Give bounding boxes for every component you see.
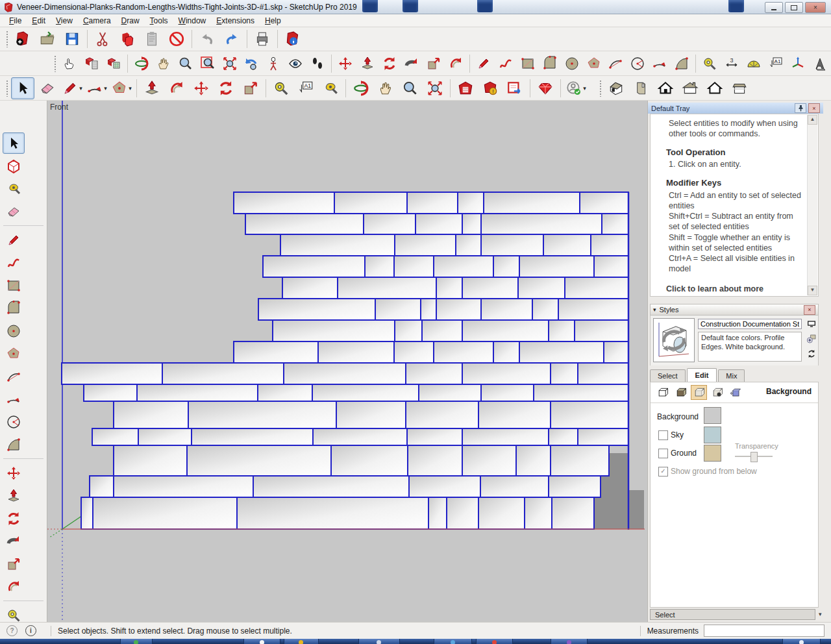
menu-file[interactable]: File [4, 15, 27, 27]
cut-button[interactable] [91, 28, 114, 50]
plank[interactable] [419, 384, 481, 401]
pie-button[interactable] [3, 434, 25, 455]
polygon-button[interactable] [3, 343, 25, 364]
plank[interactable] [481, 299, 532, 320]
paint-bucket-button[interactable] [319, 77, 342, 99]
position-camera-button[interactable] [263, 53, 284, 75]
tray-close-icon[interactable]: × [808, 103, 820, 113]
plank[interactable] [525, 497, 552, 529]
arcs-button[interactable]: ▾ [85, 77, 108, 99]
house-iso-button[interactable] [604, 77, 628, 99]
plank[interactable] [478, 497, 525, 529]
geolocation-icon[interactable]: ? [6, 625, 18, 636]
watermark-settings-button[interactable] [709, 385, 725, 400]
transparency-slider-thumb[interactable] [750, 452, 758, 462]
show-ground-checkbox[interactable]: ✓ [658, 467, 668, 477]
menu-draw[interactable]: Draw [116, 15, 145, 27]
scale-button[interactable] [423, 53, 444, 75]
eraser-button[interactable] [3, 201, 25, 222]
taskbar-app-button[interactable] [551, 639, 588, 644]
print-button[interactable] [251, 28, 274, 50]
plank[interactable] [462, 277, 518, 299]
plank[interactable] [422, 320, 462, 341]
zoom-extents-button[interactable] [423, 77, 447, 99]
taskbar-app-button[interactable] [120, 639, 153, 644]
toolbar-grip[interactable] [599, 80, 602, 97]
model-info-button[interactable] [281, 28, 304, 50]
measurements-input[interactable] [704, 625, 825, 637]
plank[interactable] [447, 497, 478, 529]
plank[interactable] [578, 428, 628, 445]
tab-edit[interactable]: Edit [687, 368, 717, 382]
zoom-extents-button[interactable] [219, 53, 240, 75]
select-field[interactable]: Select [650, 609, 815, 620]
follow-me-button[interactable] [3, 530, 25, 552]
line-button[interactable]: ▾ [60, 77, 84, 99]
model-wall-drawing[interactable] [47, 101, 647, 622]
account-button[interactable]: ▾ [564, 77, 588, 99]
protractor-button[interactable] [743, 53, 764, 75]
plank[interactable] [245, 214, 364, 234]
sky-checkbox[interactable] [658, 430, 668, 440]
move-button[interactable] [3, 462, 25, 484]
plank[interactable] [549, 428, 578, 445]
scroll-up-icon[interactable]: ▲ [808, 115, 817, 125]
plank[interactable] [395, 320, 422, 341]
zoom-button[interactable] [399, 77, 422, 99]
redo-button[interactable] [220, 28, 243, 50]
scroll-down-icon[interactable]: ▼ [808, 286, 817, 295]
undo-button[interactable] [195, 28, 219, 50]
plank[interactable] [462, 445, 516, 476]
plank[interactable] [416, 214, 462, 234]
component-attributes-button[interactable] [103, 53, 124, 75]
plank[interactable] [421, 299, 436, 320]
extension-warehouse-button[interactable]: ! [478, 77, 502, 99]
plank[interactable] [436, 299, 481, 320]
plank[interactable] [192, 428, 313, 445]
text-button[interactable]: A1 [294, 77, 317, 99]
plank[interactable] [188, 401, 336, 428]
chevron-down-icon[interactable]: ▾ [104, 85, 107, 92]
plank[interactable] [336, 401, 406, 428]
plank[interactable] [462, 428, 549, 445]
menu-extensions[interactable]: Extensions [211, 15, 260, 27]
plank[interactable] [407, 428, 462, 445]
plank[interactable] [162, 363, 284, 384]
instructor-scrollbar[interactable]: ▲ ▼ [807, 115, 817, 295]
plank[interactable] [334, 192, 407, 214]
three-point-arc-button[interactable] [3, 411, 25, 432]
plank[interactable] [602, 214, 628, 234]
plank[interactable] [462, 320, 549, 341]
menu-edit[interactable]: Edit [27, 15, 51, 27]
plank[interactable] [551, 445, 609, 476]
plank[interactable] [406, 363, 462, 384]
plank[interactable] [408, 445, 462, 476]
text-button[interactable]: A1 [765, 53, 786, 75]
line-button[interactable] [473, 53, 494, 75]
plank[interactable] [90, 476, 114, 497]
collapse-arrow-icon[interactable]: ▾ [653, 306, 656, 313]
drawing-canvas[interactable]: Front [47, 101, 647, 622]
arc-button[interactable] [3, 365, 25, 387]
plank[interactable] [543, 234, 591, 256]
plank[interactable] [273, 320, 395, 341]
plank[interactable] [549, 320, 575, 341]
dimension-button[interactable]: 3 [721, 53, 742, 75]
shapes-button[interactable]: ▾ [110, 77, 133, 99]
ground-swatch[interactable] [704, 445, 721, 462]
plank[interactable] [480, 476, 549, 497]
update-style-button[interactable] [806, 348, 817, 360]
plank[interactable] [458, 192, 484, 214]
previous-view-button[interactable] [242, 53, 262, 75]
plank[interactable] [258, 384, 312, 401]
toolbar-grip[interactable] [6, 31, 8, 47]
chevron-down-icon[interactable]: ▾ [79, 85, 82, 92]
plank[interactable] [591, 234, 628, 256]
plank[interactable] [594, 256, 628, 277]
plank[interactable] [406, 401, 478, 428]
plank[interactable] [114, 445, 187, 476]
plank[interactable] [312, 384, 419, 401]
create-new-style-button[interactable] [806, 333, 817, 345]
taskbar-app-button[interactable] [284, 639, 319, 644]
plank[interactable] [484, 192, 580, 214]
